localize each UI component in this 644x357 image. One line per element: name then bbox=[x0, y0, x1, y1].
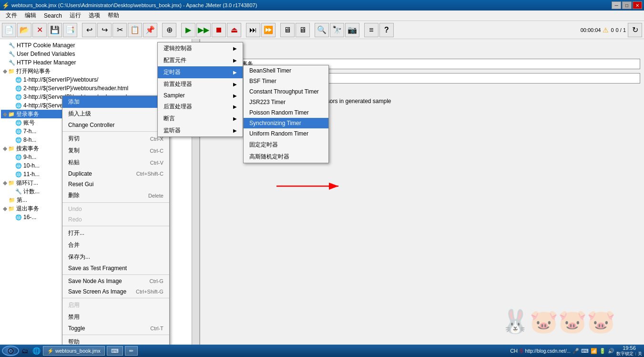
toolbar-redo[interactable]: ↪ bbox=[97, 23, 112, 37]
taskbar-edit[interactable]: ✏ bbox=[125, 346, 138, 356]
ctx-disable[interactable]: 禁用 bbox=[62, 311, 169, 323]
menu-bar: 文件 编辑 Search 运行 选项 帮助 bbox=[0, 10, 644, 21]
timer-gauss[interactable]: 高斯随机定时器 bbox=[244, 151, 328, 163]
toolbar-play[interactable]: ▶ bbox=[181, 23, 195, 37]
toolbar-stop[interactable]: ⏹ bbox=[212, 23, 226, 37]
title-bar: ⚡ webtours_book.jmx (C:\Users\Administra… bbox=[0, 0, 644, 10]
ctx-open[interactable]: 打开... bbox=[62, 227, 169, 239]
add-submenu: 逻辑控制器 ▶ 配置元件 ▶ 定时器 ▶ 前置处理器 ▶ Sampler ▶ 后… bbox=[157, 42, 243, 137]
toolbar-paste[interactable]: 📌 bbox=[143, 23, 157, 37]
menu-search[interactable]: Search bbox=[40, 11, 66, 20]
toolbar-saveas[interactable]: 📑 bbox=[63, 23, 77, 37]
timer-fixed[interactable]: 固定定时器 bbox=[244, 139, 328, 151]
tree-item-label: 搜索事务 bbox=[16, 145, 39, 153]
ctx-paste[interactable]: 粘贴 Ctrl-V bbox=[62, 157, 169, 168]
start-button[interactable]: ⊙ bbox=[2, 346, 19, 356]
ctx-cut[interactable]: 剪切 Ctrl-X bbox=[62, 133, 169, 145]
taskbar-jmeter[interactable]: ⚡ webtours_book.jmx bbox=[43, 346, 105, 356]
req9-icon: 🌐 bbox=[15, 154, 22, 160]
toolbar-next[interactable]: ⏩ bbox=[261, 23, 276, 37]
toolbar-list[interactable]: ≡ bbox=[364, 23, 378, 37]
toolbar-help[interactable]: ? bbox=[379, 23, 394, 37]
timer-constant-thru[interactable]: Constant Throughput Timer bbox=[244, 86, 328, 97]
close-button[interactable]: ✕ bbox=[633, 1, 642, 9]
toolbar-open[interactable]: 📂 bbox=[17, 23, 31, 37]
toolbar-save[interactable]: 💾 bbox=[48, 23, 62, 37]
tree-item-label: 8-h... bbox=[23, 136, 36, 143]
req3-icon: 🌐 bbox=[15, 94, 22, 100]
ctx-merge[interactable]: 合并 bbox=[62, 239, 169, 251]
menu-run[interactable]: 运行 bbox=[66, 10, 85, 21]
ctx-delete[interactable]: 删除 Delete bbox=[62, 189, 169, 201]
add-logic-ctrl[interactable]: 逻辑控制器 ▶ bbox=[158, 42, 243, 54]
ctx-toggle[interactable]: Toggle Ctrl-T bbox=[62, 323, 169, 334]
ctx-add[interactable]: 添加 ▶ bbox=[62, 96, 169, 108]
toolbar-new[interactable]: 📄 bbox=[2, 23, 16, 37]
page-indicator: 0 / 1 bbox=[616, 27, 626, 33]
third-icon: 📁 bbox=[9, 197, 15, 203]
toolbar-remote1[interactable]: 🖥 bbox=[280, 23, 295, 37]
app-icon: ⚡ bbox=[2, 2, 10, 9]
counter-icon: 🔧 bbox=[15, 189, 22, 195]
add-pre-proc[interactable]: 前置处理器 ▶ bbox=[158, 78, 243, 90]
toolbar-binoculars[interactable]: 🔭 bbox=[330, 23, 344, 37]
timer-poisson[interactable]: Poisson Random Timer bbox=[244, 107, 328, 118]
exit-icon: 📁 bbox=[8, 206, 15, 212]
toolbar-shutdown[interactable]: ⏏ bbox=[227, 23, 241, 37]
tray-battery: 🔋 bbox=[599, 348, 606, 354]
toolbar-expand[interactable]: ⊕ bbox=[162, 23, 176, 37]
menu-help[interactable]: 帮助 bbox=[104, 10, 123, 21]
ctx-saveas[interactable]: 保存为... bbox=[62, 251, 169, 263]
menu-options[interactable]: 选项 bbox=[85, 10, 104, 21]
ctx-reset-gui[interactable]: Reset Gui bbox=[62, 179, 169, 189]
minimize-button[interactable]: ─ bbox=[612, 1, 621, 9]
open-web-icon: 📁 bbox=[8, 68, 15, 74]
toolbar-undo[interactable]: ↩ bbox=[82, 23, 96, 37]
req16-icon: 🌐 bbox=[15, 214, 22, 220]
ctx-save-screen-img[interactable]: Save Screen As Image Ctrl+Shift-G bbox=[62, 286, 169, 297]
tree-item-label: HTTP Cookie Manager bbox=[17, 42, 75, 49]
toolbar-copy[interactable]: 📋 bbox=[128, 23, 142, 37]
timer-uniform[interactable]: Uniform Random Timer bbox=[244, 128, 328, 139]
maximize-button[interactable]: □ bbox=[622, 1, 632, 9]
timer-beanshell[interactable]: BeanShell Timer bbox=[244, 65, 328, 76]
toolbar-cut[interactable]: ✂ bbox=[112, 23, 127, 37]
ctx-copy[interactable]: 复制 Ctrl-C bbox=[62, 145, 169, 157]
add-config[interactable]: 配置元件 ▶ bbox=[158, 54, 243, 66]
tree-item-label: 退出事务 bbox=[16, 205, 39, 213]
toolbar-close[interactable]: ✕ bbox=[32, 23, 47, 37]
ctx-save-node-img[interactable]: Save Node As Image Ctrl-G bbox=[62, 276, 169, 286]
menu-file[interactable]: 文件 bbox=[2, 10, 21, 21]
menu-edit[interactable]: 编辑 bbox=[21, 10, 40, 21]
tree-item-label: 9-h... bbox=[23, 154, 36, 160]
add-post-proc[interactable]: 后置处理器 ▶ bbox=[158, 101, 243, 113]
ctx-save-fragment[interactable]: Save as Test Fragment bbox=[62, 263, 169, 273]
ctx-duplicate[interactable]: Duplicate Ctrl+Shift-C bbox=[62, 168, 169, 179]
header-icon: 🔧 bbox=[9, 60, 15, 66]
timer-sync[interactable]: Synchronizing Timer bbox=[244, 118, 328, 128]
req1-icon: 🌐 bbox=[15, 77, 22, 83]
toolbar-remote2[interactable]: 🖥 bbox=[296, 23, 310, 37]
req10-icon: 🌐 bbox=[15, 163, 22, 169]
elapsed-time: 00:00:04 bbox=[581, 27, 601, 33]
tree-item-label: 第... bbox=[17, 196, 27, 204]
ctx-insert-parent[interactable]: 插入上级 ▶ bbox=[62, 108, 169, 120]
taskbar-icon-ie[interactable]: 🌐 bbox=[31, 346, 41, 356]
ctx-change-ctrl[interactable]: Change Controller ▶ bbox=[62, 120, 169, 130]
add-listener[interactable]: 监听器 ▶ bbox=[158, 125, 243, 136]
timer-jsr223[interactable]: JSR223 Timer bbox=[244, 97, 328, 107]
add-assertion[interactable]: 断言 ▶ bbox=[158, 113, 243, 125]
tree-item-label: 2-http://${ServerIP}/webtours/header.htm… bbox=[23, 85, 128, 92]
toolbar-step[interactable]: ⏭ bbox=[246, 23, 260, 37]
toolbar-camera[interactable]: 📷 bbox=[345, 23, 359, 37]
toolbar-clear[interactable]: 🔍 bbox=[315, 23, 329, 37]
tray-url: http://blog.csdn.net/... bbox=[525, 348, 571, 354]
toolbar-loop[interactable]: ↻ bbox=[628, 23, 642, 37]
add-timer[interactable]: 定时器 ▶ bbox=[158, 66, 243, 78]
add-sampler[interactable]: Sampler ▶ bbox=[158, 90, 243, 101]
taskbar-terminal[interactable]: ⌨ bbox=[107, 346, 123, 356]
timer-bsf[interactable]: BSF Timer bbox=[244, 76, 328, 86]
tray-keyboard: ⌨ bbox=[581, 348, 589, 354]
toolbar-play-start[interactable]: ▶▶ bbox=[196, 23, 211, 37]
taskbar-icon-folder[interactable]: 🗂 bbox=[20, 346, 30, 356]
